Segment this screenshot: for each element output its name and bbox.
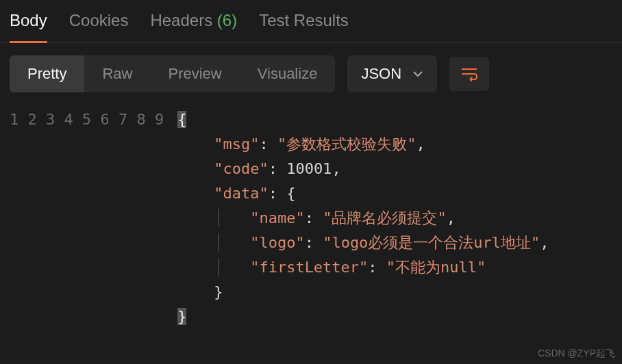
tab-cookies[interactable]: Cookies [69,11,129,43]
view-raw[interactable]: Raw [84,55,150,92]
tab-body[interactable]: Body [10,11,47,43]
tab-test-results[interactable]: Test Results [259,11,349,43]
code-content[interactable]: { "msg": "参数格式校验失败", "code": 10001, "dat… [177,107,612,329]
line-gutter: 1 2 3 4 5 6 7 8 9 [10,107,177,329]
brace-open: { [177,111,186,128]
view-visualize[interactable]: Visualize [240,55,336,92]
view-pretty[interactable]: Pretty [10,55,84,92]
wrap-lines-button[interactable] [449,57,489,91]
tab-headers-count: (6) [217,11,237,29]
view-preview[interactable]: Preview [150,55,239,92]
response-body-code: 1 2 3 4 5 6 7 8 9 { "msg": "参数格式校验失败", "… [0,105,622,332]
format-select[interactable]: JSON [347,55,437,92]
response-primary-tabs: Body Cookies Headers (6) Test Results [0,0,622,43]
watermark: CSDN @ZYP起飞 [538,348,615,360]
wrap-icon [460,66,478,81]
brace-close: } [177,308,186,325]
format-select-label: JSON [361,65,401,83]
tab-headers-label: Headers [150,11,212,29]
response-controls: Pretty Raw Preview Visualize JSON [0,43,622,105]
tab-headers[interactable]: Headers (6) [150,11,237,43]
view-mode-tabs: Pretty Raw Preview Visualize [10,55,335,92]
chevron-down-icon [412,68,423,79]
